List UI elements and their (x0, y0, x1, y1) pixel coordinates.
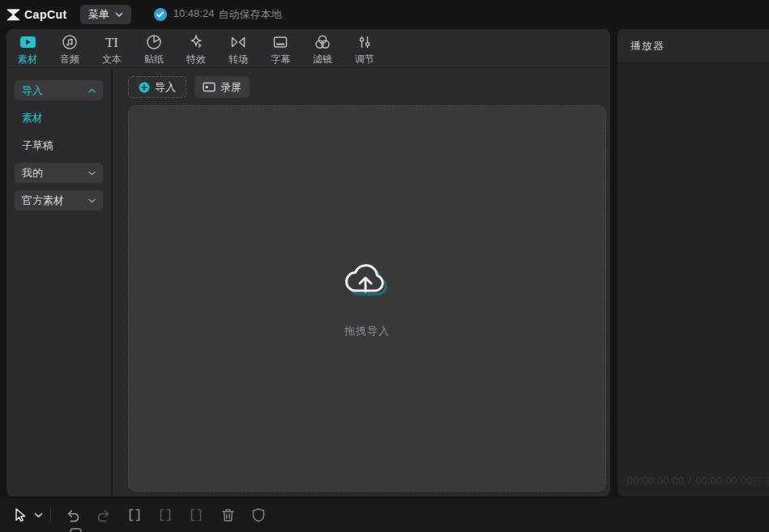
autosave-status: 10:48:24 自动保存本地 (154, 7, 282, 22)
media-actions: 导入 录屏 (128, 76, 250, 98)
capcut-window: CapCut 菜单 10:48:24 自动保存本地 素材 (0, 0, 769, 532)
sidebar-mine-label: 我的 (22, 166, 43, 181)
chevron-down-icon (115, 12, 123, 18)
tab-filters[interactable]: 滤镜 (301, 33, 344, 67)
undo-icon[interactable] (65, 498, 81, 532)
cursor-icon[interactable] (11, 498, 28, 532)
aspect-ratio-icon[interactable] (753, 475, 763, 487)
tab-effects[interactable]: 特效 (175, 33, 217, 67)
shield-icon[interactable] (250, 498, 267, 532)
timecode-separator: / (688, 475, 691, 487)
sidebar-group-official[interactable]: 官方素材 (15, 190, 103, 211)
timecode: 00:00:00:00 / 00:00:00:00 (627, 475, 753, 487)
chevron-up-icon (88, 88, 96, 93)
dropzone-hint: 拖拽导入 (344, 324, 390, 338)
tab-audio[interactable]: 音频 (49, 33, 91, 67)
tab-captions[interactable]: 字幕 (259, 33, 301, 67)
timecode-current: 00:00:00:00 (627, 475, 684, 487)
tab-filters-label: 滤镜 (313, 53, 332, 66)
tab-text-label: 文本 (102, 53, 122, 66)
import-button[interactable]: 导入 (128, 76, 186, 98)
player-title: 播放器 (630, 39, 664, 53)
player-header: 播放器 (617, 29, 769, 63)
autosave-time: 10:48:24 (173, 7, 215, 22)
delete-left-icon[interactable] (157, 498, 173, 532)
effects-star-icon (188, 33, 204, 50)
tab-sticker[interactable]: 贴纸 (133, 33, 175, 67)
chevron-down-icon (88, 171, 96, 176)
music-icon (62, 33, 78, 50)
sidebar-item-media[interactable]: 素材 (22, 111, 111, 126)
tab-captions-label: 字幕 (271, 53, 290, 66)
player-panel: 播放器 00:00:00:00 / 00:00:00:00 (617, 29, 769, 496)
split-icon[interactable] (126, 498, 143, 532)
menu-button[interactable]: 菜单 (80, 5, 131, 24)
sidebar-import-label: 导入 (22, 83, 43, 98)
media-body: 导入 素材 子草稿 我的 官方素材 (6, 69, 610, 496)
sidebar-item-subdraft[interactable]: 子草稿 (22, 138, 111, 153)
import-plus-icon (139, 82, 150, 93)
timeline-toolbar: www.08i8.com (0, 498, 769, 532)
screen-record-label: 录屏 (220, 80, 241, 95)
cloud-upload-icon (342, 259, 392, 300)
autosave-text: 10:48:24 自动保存本地 (173, 7, 282, 22)
sticker-icon (146, 33, 162, 50)
autosave-check-icon (154, 8, 167, 21)
svg-text:TI: TI (105, 34, 118, 49)
menu-button-label: 菜单 (88, 7, 109, 22)
captions-icon (272, 33, 288, 50)
tab-media[interactable]: 素材 (6, 33, 49, 67)
trash-icon[interactable] (220, 498, 236, 532)
player-footer-icons (753, 475, 769, 487)
delete-right-icon[interactable] (188, 498, 204, 532)
timecode-duration: 00:00:00:00 (695, 475, 752, 487)
sidebar-official-label: 官方素材 (22, 194, 64, 208)
sidebar-group-mine[interactable]: 我的 (15, 163, 103, 183)
capcut-logo-icon (6, 7, 20, 22)
transition-icon (230, 33, 246, 50)
tab-adjust-label: 调节 (355, 53, 374, 66)
autosave-label: 自动保存本地 (218, 7, 281, 22)
tab-effects-label: 特效 (186, 53, 206, 66)
app-name: CapCut (24, 8, 67, 21)
top-bar: CapCut 菜单 10:48:24 自动保存本地 (0, 0, 769, 29)
import-dropzone[interactable]: 拖拽导入 (128, 105, 606, 492)
sidebar-group-import[interactable]: 导入 (15, 80, 103, 100)
tab-adjust[interactable]: 调节 (344, 33, 386, 67)
filter-icon (314, 33, 331, 50)
tab-text[interactable]: TI 文本 (91, 33, 133, 67)
cutoff-icon-fragment (70, 528, 82, 532)
text-ti-icon: TI (102, 33, 122, 50)
media-tabstrip: 素材 音频 TI 文本 贴纸 (6, 29, 610, 68)
toolbar-divider (50, 508, 51, 522)
play-icon (19, 33, 36, 50)
tab-transition[interactable]: 转场 (217, 33, 259, 67)
redo-icon[interactable] (96, 498, 112, 532)
cursor-dropdown-chevron-icon[interactable] (32, 498, 44, 532)
tab-media-label: 素材 (18, 53, 37, 66)
tab-sticker-label: 贴纸 (144, 53, 164, 66)
screen-record-icon (203, 82, 216, 92)
chevron-down-icon (88, 198, 96, 203)
media-content: 导入 录屏 (114, 69, 610, 496)
player-footer: 00:00:00:00 / 00:00:00:00 (627, 475, 766, 487)
media-sidebar: 导入 素材 子草稿 我的 官方素材 (6, 69, 113, 496)
import-button-label: 导入 (155, 80, 176, 95)
media-panel: 素材 音频 TI 文本 贴纸 (6, 29, 610, 496)
fullscreen-icon[interactable] (766, 475, 769, 487)
tab-audio-label: 音频 (60, 53, 79, 66)
screen-record-button[interactable]: 录屏 (194, 76, 250, 98)
tab-transition-label: 转场 (229, 53, 248, 66)
app-logo: CapCut (6, 7, 67, 22)
adjust-icon (357, 33, 373, 50)
